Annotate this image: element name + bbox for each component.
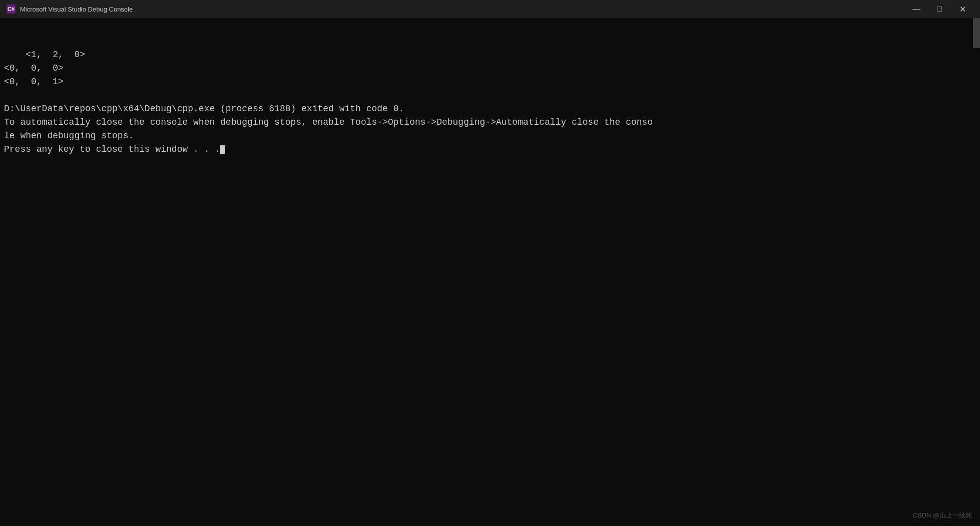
console-output: <1, 2, 0> <0, 0, 0> <0, 0, 1> D:\UserDat…	[0, 18, 980, 526]
close-button[interactable]: ✕	[951, 0, 974, 18]
console-line-1: <1, 2, 0> <0, 0, 0> <0, 0, 1> D:\UserDat…	[4, 50, 653, 154]
app-icon: C#	[6, 4, 16, 14]
title-bar: C# Microsoft Visual Studio Debug Console…	[0, 0, 980, 18]
watermark: CSDN @山上一续炖	[912, 510, 972, 520]
main-window: C# Microsoft Visual Studio Debug Console…	[0, 0, 980, 526]
vs-logo: C#	[7, 5, 16, 14]
cursor	[220, 145, 225, 154]
scrollbar[interactable]	[973, 18, 980, 48]
window-controls: — □ ✕	[905, 0, 974, 18]
minimize-button[interactable]: —	[905, 0, 928, 18]
window-title: Microsoft Visual Studio Debug Console	[20, 6, 905, 13]
maximize-button[interactable]: □	[928, 0, 951, 18]
